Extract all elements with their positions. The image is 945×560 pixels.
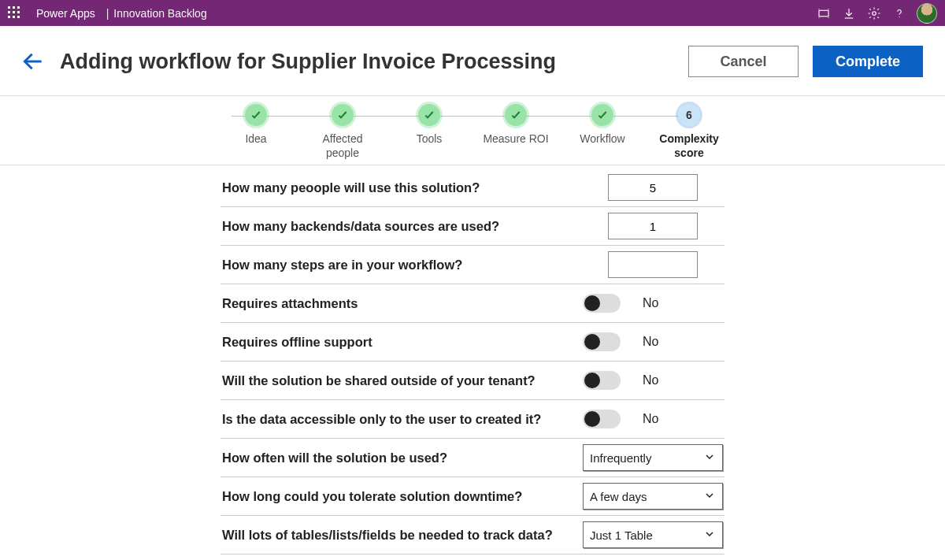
app-launcher-icon[interactable] <box>8 6 22 20</box>
toggle-value-label: No <box>643 412 674 426</box>
question-label: How many steps are in your workflow? <box>222 258 583 273</box>
attachments-toggle[interactable] <box>583 294 621 313</box>
question-label: Will the solution be shared outside of y… <box>222 373 583 388</box>
complexity-form: How many peoople will use this solution?… <box>0 165 945 554</box>
shared-outside-toggle[interactable] <box>583 371 621 390</box>
row-requires-attachments: Requires attachments No <box>220 284 724 323</box>
help-icon[interactable] <box>887 1 912 26</box>
question-label: How many backends/data sources are used? <box>222 219 583 234</box>
step-idea[interactable]: Idea <box>220 104 291 160</box>
brand-separator: | <box>106 7 109 20</box>
step-label: Complexity score <box>654 132 724 160</box>
user-avatar[interactable] <box>917 3 937 24</box>
row-requires-offline: Requires offline support No <box>220 323 724 362</box>
question-label: Requires offline support <box>222 335 583 350</box>
toggle-value-label: No <box>643 373 674 388</box>
fit-to-screen-icon[interactable] <box>811 1 836 26</box>
page-title: Adding workflow for Supplier Invoice Pro… <box>60 50 674 74</box>
steps-count-input[interactable] <box>608 251 698 278</box>
chevron-down-icon <box>703 489 716 504</box>
question-label: Is the data accessible only to the user … <box>222 412 583 427</box>
step-label: Affected people <box>307 132 378 160</box>
step-label: Measure ROI <box>480 132 551 146</box>
step-workflow[interactable]: Workflow <box>567 104 638 160</box>
check-icon <box>332 104 354 126</box>
step-complexity-score[interactable]: 6 Complexity score <box>654 104 724 160</box>
select-value: Infrequently <box>590 451 651 465</box>
check-icon <box>505 104 527 126</box>
row-tables-needed: Will lots of tables/lists/fields be need… <box>220 516 724 554</box>
select-value: A few days <box>590 490 647 503</box>
step-number-badge: 6 <box>678 104 700 126</box>
row-downtime-tolerance: How long could you tolerate solution dow… <box>220 477 724 516</box>
chevron-down-icon <box>703 451 716 465</box>
download-icon[interactable] <box>836 1 862 26</box>
svg-point-2 <box>899 16 899 17</box>
row-people-count: How many peoople will use this solution? <box>220 169 724 207</box>
row-backends-count: How many backends/data sources are used? <box>220 207 724 246</box>
question-label: How long could you tolerate solution dow… <box>222 489 583 504</box>
progress-stepper: Idea Affected people Tools Measure ROI W… <box>0 96 945 165</box>
question-label: How often will the solution be used? <box>222 451 583 465</box>
check-icon <box>591 104 613 126</box>
question-label: Requires attachments <box>222 296 583 311</box>
select-value: Just 1 Table <box>590 528 653 542</box>
step-measure-roi[interactable]: Measure ROI <box>480 104 551 160</box>
chevron-down-icon <box>703 528 716 543</box>
question-label: How many peoople will use this solution? <box>222 180 583 195</box>
svg-rect-0 <box>819 10 828 17</box>
row-usage-frequency: How often will the solution be used? Inf… <box>220 439 724 477</box>
check-icon <box>245 104 267 126</box>
top-bar: Power Apps | Innovation Backlog <box>0 0 945 26</box>
data-access-toggle[interactable] <box>583 410 621 428</box>
svg-point-1 <box>873 11 876 15</box>
cancel-button[interactable]: Cancel <box>688 46 799 77</box>
question-label: Will lots of tables/lists/fields be need… <box>222 528 583 543</box>
page-header: Adding workflow for Supplier Invoice Pro… <box>0 26 945 96</box>
offline-toggle[interactable] <box>583 332 621 351</box>
settings-gear-icon[interactable] <box>862 1 887 26</box>
toggle-value-label: No <box>643 296 674 310</box>
row-steps-count: How many steps are in your workflow? <box>220 246 724 284</box>
usage-frequency-select[interactable]: Infrequently <box>583 444 723 471</box>
step-label: Idea <box>220 132 291 146</box>
back-arrow-icon[interactable] <box>17 46 49 77</box>
toggle-value-label: No <box>643 335 674 349</box>
downtime-tolerance-select[interactable]: A few days <box>583 483 723 510</box>
step-label: Tools <box>394 132 465 146</box>
row-shared-outside-tenant: Will the solution be shared outside of y… <box>220 362 724 400</box>
complete-button[interactable]: Complete <box>813 46 923 77</box>
brand-label: Power Apps <box>36 7 95 20</box>
backends-count-input[interactable] <box>608 213 698 239</box>
step-tools[interactable]: Tools <box>394 104 465 160</box>
people-count-input[interactable] <box>608 174 698 201</box>
step-label: Workflow <box>567 132 638 146</box>
step-affected-people[interactable]: Affected people <box>307 104 378 160</box>
check-icon <box>418 104 440 126</box>
app-name-label: Innovation Backlog <box>113 7 206 20</box>
row-data-access: Is the data accessible only to the user … <box>220 400 724 439</box>
tables-needed-select[interactable]: Just 1 Table <box>583 521 723 548</box>
